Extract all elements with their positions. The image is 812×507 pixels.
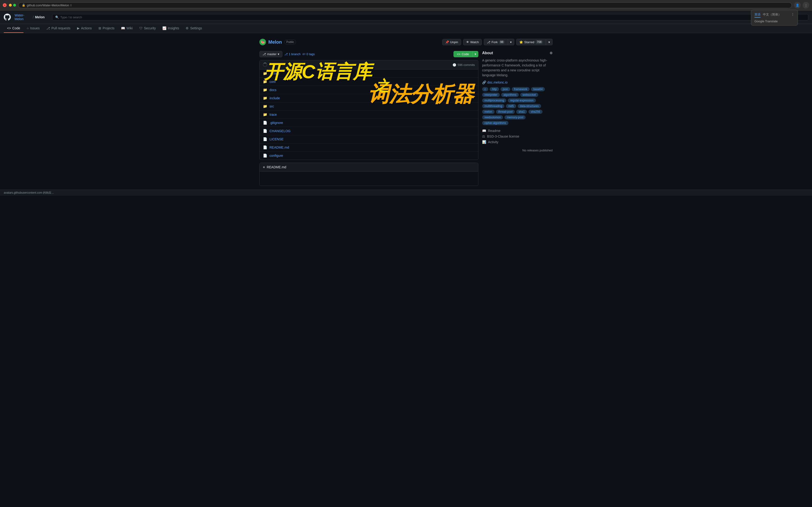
file-name-configure[interactable]: configure (269, 154, 307, 158)
github-header: Water-Melon / Melon 🔍 Type / to search (0, 10, 812, 24)
breadcrumb-repo[interactable]: Melon (35, 15, 44, 19)
tag-thread-pool[interactable]: thread-pool (496, 110, 515, 114)
tag-json[interactable]: json (500, 87, 510, 91)
tag-cipher-algorithms[interactable]: cipher-algorithms (482, 121, 508, 125)
activity-icon: 📊 (482, 140, 486, 144)
pin-icon: 📌 (445, 40, 449, 44)
about-link[interactable]: 🔗 doc.melonc.io (482, 80, 553, 84)
nav-item-actions[interactable]: ▶ Actions (74, 24, 95, 33)
tag-regular-expression[interactable]: regular-expression (508, 98, 536, 103)
tag-framework[interactable]: framework (512, 87, 529, 91)
nav-item-insights[interactable]: 📈 Insights (159, 24, 182, 33)
tab-chinese[interactable]: 中文（简体） (763, 12, 781, 17)
nav-item-projects[interactable]: ⊞ Projects (95, 24, 118, 33)
status-text: avatars.githubusercontent.com 的响应... (4, 191, 54, 194)
translate-more-icon[interactable]: ⋮ (791, 12, 794, 17)
nav-item-wiki[interactable]: 📖 Wiki (118, 24, 136, 33)
file-name-src[interactable]: src (269, 105, 307, 108)
file-browser-main: ⎇ master ▾ ⎇ 1 branch 🏷 0 tags (259, 51, 478, 186)
tab-english[interactable]: 英语 (754, 12, 761, 17)
code-nav-icon: <> (7, 26, 11, 30)
nav-label-wiki: Wiki (126, 26, 133, 30)
about-settings-icon[interactable]: ⚙ (550, 51, 553, 55)
repo-title-row: 🍉 Melon Public 📌 Unpin 👁 Watch ⎇ Fork (259, 37, 553, 47)
tag-count-link[interactable]: 🏷 0 tags (302, 52, 315, 56)
browser-maximize-button[interactable] (13, 4, 16, 7)
browser-minimize-button[interactable] (9, 4, 12, 7)
file-name-gitignore[interactable]: .gitignore (269, 121, 307, 125)
about-sidebar: About ⚙ A generic cross-platform asynchr… (482, 51, 553, 186)
file-name-changelog[interactable]: CHANGELOG (269, 129, 307, 133)
tag-memory-pool[interactable]: memory-pool (504, 115, 525, 119)
commits-count[interactable]: 🕐 596 commits (453, 63, 475, 67)
tag-data-structures[interactable]: data-structures (518, 104, 541, 108)
folder-icon: 📁 (263, 112, 267, 117)
avatar: 🍉 (259, 39, 266, 45)
browser-profile-icon[interactable]: 👤 (794, 2, 801, 8)
lock-icon: 🔒 (22, 3, 26, 7)
file-icon: 📄 (263, 154, 267, 158)
tag-c[interactable]: c (482, 87, 488, 91)
unpin-button[interactable]: 📌 Unpin (442, 39, 461, 45)
fork-dropdown-button[interactable]: ▾ (508, 39, 514, 45)
repo-nav: <> Code ○ Issues ⎇ Pull requests ▶ Actio… (0, 24, 812, 33)
nav-item-pull-requests[interactable]: ⎇ Pull requests (43, 24, 74, 33)
file-row-conf: 📁 conf (260, 78, 478, 86)
file-name-readme[interactable]: README.md (269, 146, 307, 149)
tag-websocket[interactable]: websocket (520, 93, 538, 97)
readme-meta-item[interactable]: 📖 Readme (482, 129, 553, 133)
tags-section: c http json framework base64 interpreter… (482, 87, 553, 125)
tag-http[interactable]: http (490, 87, 499, 91)
browser-more-icon[interactable]: ⋮ (803, 2, 809, 8)
security-nav-icon: 🛡 (139, 26, 143, 30)
watch-button[interactable]: 👁 Watch (463, 39, 482, 45)
file-name-docs[interactable]: docs (269, 88, 307, 92)
star-dropdown-button[interactable]: ▾ (546, 39, 553, 45)
folder-icon: 📁 (263, 79, 267, 84)
nav-item-settings[interactable]: ⚙ Settings (182, 24, 205, 33)
file-row-readme: 📄 README.md (260, 144, 478, 152)
file-name-include[interactable]: include (269, 96, 307, 100)
license-meta-item[interactable]: ⚖ BSD-3-Clause license (482, 134, 553, 138)
file-icon: 📄 (263, 129, 267, 133)
tag-multithreading[interactable]: multithreading (482, 104, 504, 108)
branch-selector-button[interactable]: ⎇ master ▾ (259, 51, 283, 57)
browser-url-bar[interactable]: 🔒 github.com/Water-Melon/Melon I (18, 2, 792, 8)
tag-sha256[interactable]: sha256 (528, 110, 542, 114)
tag-sha1[interactable]: sha1 (516, 110, 527, 114)
code-dropdown-button[interactable]: ▾ (472, 51, 478, 57)
search-input[interactable]: 🔍 Type / to search (52, 14, 808, 20)
browser-right-icons: 👤 ⋮ (794, 2, 809, 8)
github-logo (4, 13, 11, 21)
nav-item-code[interactable]: <> Code (4, 24, 23, 33)
readme-header: ≡ README.md (260, 163, 478, 172)
tag-reedsolomon[interactable]: reedsolomon (482, 115, 503, 119)
tag-icon: 🏷 (302, 52, 305, 56)
about-description: A generic cross-platform asynchronous hi… (482, 58, 553, 78)
tag-interpreter[interactable]: interpreter (482, 93, 500, 97)
file-row-include: 📁 include (260, 94, 478, 102)
code-button[interactable]: <> Code (453, 51, 472, 57)
tag-algorithms[interactable]: algorithms (501, 93, 519, 97)
nav-item-security[interactable]: 🛡 Security (136, 24, 159, 33)
commit-spinner-area (263, 63, 267, 67)
browser-close-button[interactable]: ✕ (3, 3, 7, 7)
about-meta: 📖 Readme ⚖ BSD-3-Clause license 📊 Activi… (482, 129, 553, 144)
fork-button[interactable]: ⎇ Fork 98 (484, 39, 508, 45)
tag-melon[interactable]: melon (482, 110, 495, 114)
file-row-license: 📄 LICENSE (260, 135, 478, 144)
translate-popup: 英语 中文（简体） ⋮ Google Translate (751, 10, 798, 25)
file-name-license[interactable]: LICENSE (269, 137, 307, 141)
tag-base64[interactable]: base64 (531, 87, 545, 91)
branch-count-link[interactable]: ⎇ 1 branch (284, 52, 301, 56)
breadcrumb-org[interactable]: Water-Melon (14, 13, 31, 21)
activity-meta-item[interactable]: 📊 Activity (482, 140, 553, 144)
tag-md5[interactable]: md5 (506, 104, 516, 108)
nav-item-issues[interactable]: ○ Issues (23, 24, 43, 33)
file-name-conf[interactable]: conf (269, 80, 307, 83)
file-name-github[interactable]: .github (269, 72, 307, 75)
file-name-trace[interactable]: trace (269, 113, 307, 116)
tag-multiprocessing[interactable]: multiprocessing (482, 98, 506, 103)
repo-name[interactable]: Melon (268, 40, 282, 45)
star-button[interactable]: ⭐ Starred 708 (516, 39, 546, 45)
